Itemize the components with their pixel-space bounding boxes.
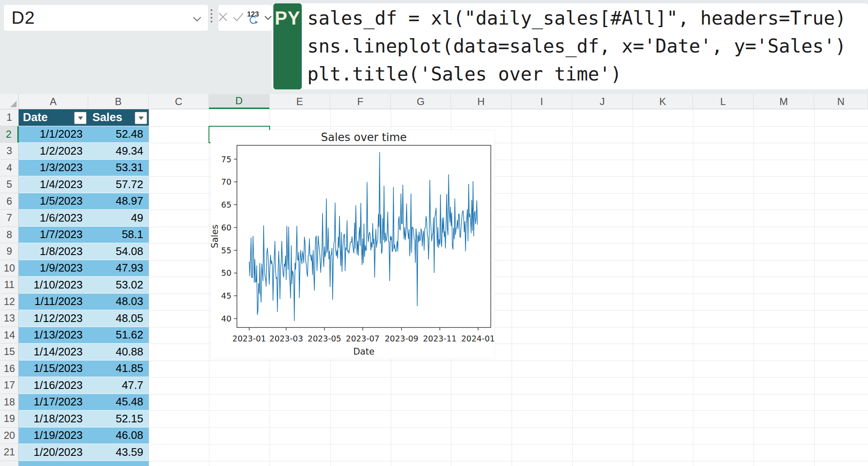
cell-B15[interactable]: 40.88 [88,344,149,361]
row-header-21[interactable]: 21 [0,444,19,461]
cell-A22-partial[interactable] [19,461,88,466]
formula-code-line[interactable]: sales_df = xl("daily_sales[#All]", heade… [307,4,846,32]
column-header-B[interactable]: B [88,94,149,109]
cell-B9[interactable]: 54.08 [88,243,149,260]
cell-A9[interactable]: 1/8/2023 [19,243,88,260]
filter-dropdown-button[interactable] [135,112,147,124]
cell-B7[interactable]: 49 [88,210,149,227]
svg-text:2023-07: 2023-07 [346,334,379,343]
column-header-G[interactable]: G [391,94,451,109]
column-header-A[interactable]: A [19,94,88,109]
svg-text:75: 75 [221,155,231,164]
row-header-2[interactable]: 2 [0,126,19,143]
cell-A6[interactable]: 1/5/2023 [19,193,88,210]
column-header-E[interactable]: E [270,94,330,109]
cell-A11[interactable]: 1/10/2023 [19,277,88,294]
excel-window: D2 123 sales [0,0,868,466]
gridline [633,109,633,466]
cell-B22-partial[interactable] [88,461,149,466]
row-header-17[interactable]: 17 [0,377,19,394]
cell-B20[interactable]: 46.08 [88,427,149,444]
row-header-11[interactable]: 11 [0,277,19,294]
cell-B5[interactable]: 57.72 [88,176,149,193]
row-header-5[interactable]: 5 [0,176,19,193]
cancel-icon[interactable] [218,12,228,23]
cell-B12[interactable]: 48.03 [88,294,149,311]
row-header-19[interactable]: 19 [0,411,19,427]
cell-A12[interactable]: 1/11/2023 [19,294,88,311]
cell-A13[interactable]: 1/12/2023 [19,310,88,327]
cell-B6[interactable]: 48.97 [88,193,149,210]
enter-check-icon[interactable] [233,12,244,23]
row-header-18[interactable]: 18 [0,394,19,411]
cell-A8[interactable]: 1/7/2023 [19,227,88,244]
formula-bar-drag-handle-icon[interactable] [211,9,212,22]
cell-A10[interactable]: 1/9/2023 [19,260,88,277]
cell-A2[interactable]: 1/1/2023 [19,126,88,143]
cell-A18[interactable]: 1/17/2023 [19,394,88,411]
select-all-corner[interactable] [0,94,19,109]
cell-B16[interactable]: 41.85 [88,361,149,377]
table-header-date[interactable]: Date [19,109,88,126]
row-header-6[interactable]: 6 [0,193,19,210]
cell-B18[interactable]: 45.48 [88,394,149,411]
column-header-J[interactable]: J [572,94,633,109]
column-header-C[interactable]: C [149,94,209,109]
column-header-K[interactable]: K [633,94,693,109]
formula-input[interactable]: sales_df = xl("daily_sales[#All]", heade… [272,3,868,89]
row-header-8[interactable]: 8 [0,227,19,244]
cell-B3[interactable]: 49.34 [88,143,149,160]
cell-B17[interactable]: 47.7 [88,377,149,394]
cell-A16[interactable]: 1/15/2023 [19,361,88,377]
cell-A5[interactable]: 1/4/2023 [19,176,88,193]
row-header-9[interactable]: 9 [0,243,19,260]
svg-text:55: 55 [221,246,231,255]
column-header-N[interactable]: N [814,94,868,109]
cell-B10[interactable]: 47.93 [88,260,149,277]
cell-A17[interactable]: 1/16/2023 [19,377,88,394]
chevron-down-icon[interactable] [193,16,201,23]
cell-A3[interactable]: 1/2/2023 [19,143,88,160]
cell-A21[interactable]: 1/20/2023 [19,444,88,461]
formula-code-line[interactable]: sns.lineplot(data=sales_df, x='Date', y=… [307,32,846,60]
cell-A20[interactable]: 1/19/2023 [19,427,88,444]
cell-A4[interactable]: 1/3/2023 [19,160,88,177]
row-header-16[interactable]: 16 [0,361,19,377]
python-chart-output[interactable]: Sales over time40455055606570752023-0120… [211,130,495,359]
cell-A7[interactable]: 1/6/2023 [19,210,88,227]
cell-B2[interactable]: 52.48 [88,126,149,143]
cell-B8[interactable]: 58.1 [88,227,149,244]
gridline [209,109,209,466]
cell-A14[interactable]: 1/13/2023 [19,327,88,344]
column-header-H[interactable]: H [451,94,512,109]
row-header-20[interactable]: 20 [0,427,19,444]
cell-B13[interactable]: 48.05 [88,310,149,327]
row-header-14[interactable]: 14 [0,327,19,344]
cell-B19[interactable]: 52.15 [88,411,149,427]
column-header-L[interactable]: L [693,94,754,109]
table-header-sales[interactable]: Sales [88,109,149,126]
column-header-D[interactable]: D [209,94,270,109]
row-header-12[interactable]: 12 [0,294,19,311]
cell-B4[interactable]: 53.31 [88,160,149,177]
cell-B21[interactable]: 43.59 [88,444,149,461]
row-header-13[interactable]: 13 [0,310,19,327]
column-header-I[interactable]: I [512,94,572,109]
python-output-type-icon[interactable]: 123 [249,10,259,25]
row-header-15[interactable]: 15 [0,344,19,361]
row-header-4[interactable]: 4 [0,160,19,177]
filter-dropdown-button[interactable] [74,112,86,124]
row-header-10[interactable]: 10 [0,260,19,277]
name-box[interactable]: D2 [3,4,209,31]
row-header-1[interactable]: 1 [0,109,19,126]
chevron-down-icon[interactable] [264,14,272,22]
cell-B11[interactable]: 53.02 [88,277,149,294]
row-header-7[interactable]: 7 [0,210,19,227]
column-header-M[interactable]: M [754,94,814,109]
cell-A19[interactable]: 1/18/2023 [19,411,88,427]
cell-A15[interactable]: 1/14/2023 [19,344,88,361]
row-header-3[interactable]: 3 [0,143,19,160]
formula-code-line[interactable]: plt.title('Sales over time') [307,60,846,88]
cell-B14[interactable]: 51.62 [88,327,149,344]
column-header-F[interactable]: F [330,94,391,109]
